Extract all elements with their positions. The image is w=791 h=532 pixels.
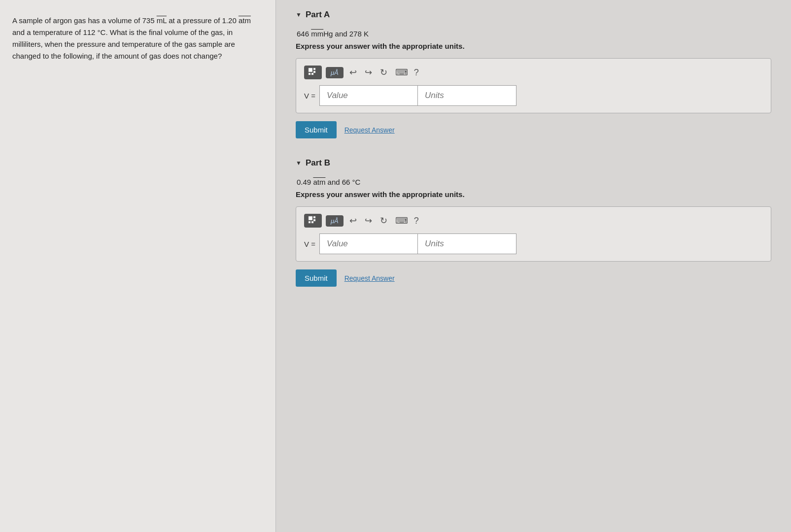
part-a-section: ▼ Part A 646 mmHg and 278 K Express your… bbox=[296, 10, 771, 138]
part-b-title: Part B bbox=[306, 158, 330, 168]
svg-rect-0 bbox=[309, 68, 312, 72]
svg-rect-1 bbox=[313, 68, 315, 70]
part-a-units-input[interactable] bbox=[418, 85, 516, 106]
part-a-instruction: Express your answer with the appropriate… bbox=[296, 42, 771, 50]
part-b-submit-row: Submit Request Answer bbox=[296, 269, 771, 287]
part-a-refresh-button[interactable]: ↻ bbox=[378, 66, 389, 79]
part-a-submit-button[interactable]: Submit bbox=[296, 121, 337, 138]
svg-rect-5 bbox=[309, 216, 312, 220]
svg-rect-6 bbox=[313, 216, 315, 218]
part-a-help-icon[interactable]: ? bbox=[414, 67, 419, 78]
part-b-undo-button[interactable]: ↩ bbox=[347, 214, 359, 227]
part-b-redo-button[interactable]: ↪ bbox=[363, 214, 374, 227]
part-a-input-row: V = bbox=[304, 85, 763, 106]
part-a-condition: 646 mmHg and 278 K bbox=[297, 30, 771, 38]
part-a-undo-button[interactable]: ↩ bbox=[347, 66, 359, 79]
svg-rect-4 bbox=[311, 73, 313, 75]
part-b-v-label: V = bbox=[304, 240, 315, 248]
part-b-toolbar: μÅ ↩ ↪ ↻ ⌨ ? bbox=[304, 214, 763, 228]
part-b-units-input[interactable] bbox=[418, 233, 516, 254]
right-panel: ▼ Part A 646 mmHg and 278 K Express your… bbox=[276, 0, 791, 532]
svg-rect-2 bbox=[313, 71, 315, 73]
part-b-input-row: V = bbox=[304, 233, 763, 254]
part-a-chevron-icon: ▼ bbox=[296, 11, 302, 18]
part-b-answer-box: μÅ ↩ ↪ ↻ ⌨ ? V = bbox=[296, 206, 771, 262]
part-b-mu-button[interactable]: μÅ bbox=[326, 215, 344, 227]
part-b-value-input[interactable] bbox=[319, 233, 418, 254]
part-a-keyboard-button[interactable]: ⌨ bbox=[393, 66, 410, 79]
part-a-grid-button[interactable] bbox=[304, 66, 322, 79]
part-b-keyboard-button[interactable]: ⌨ bbox=[393, 214, 410, 227]
part-b-submit-button[interactable]: Submit bbox=[296, 269, 337, 287]
svg-rect-9 bbox=[311, 221, 313, 223]
part-b-refresh-button[interactable]: ↻ bbox=[378, 214, 389, 227]
part-a-request-answer-button[interactable]: Request Answer bbox=[344, 126, 395, 134]
problem-text: A sample of argon gas has a volume of 73… bbox=[12, 15, 263, 62]
part-b-grid-button[interactable] bbox=[304, 214, 322, 228]
part-a-redo-button[interactable]: ↪ bbox=[363, 66, 374, 79]
svg-rect-3 bbox=[309, 73, 310, 75]
part-b-instruction: Express your answer with the appropriate… bbox=[296, 190, 771, 199]
left-panel: A sample of argon gas has a volume of 73… bbox=[0, 0, 276, 532]
part-a-value-input[interactable] bbox=[319, 85, 418, 106]
part-a-submit-row: Submit Request Answer bbox=[296, 121, 771, 138]
svg-rect-7 bbox=[313, 219, 315, 221]
part-a-toolbar: μÅ ↩ ↪ ↻ ⌨ ? bbox=[304, 66, 763, 79]
part-b-header[interactable]: ▼ Part B bbox=[296, 158, 771, 168]
part-b-chevron-icon: ▼ bbox=[296, 160, 302, 166]
part-b-help-icon[interactable]: ? bbox=[414, 216, 419, 226]
part-a-answer-box: μÅ ↩ ↪ ↻ ⌨ ? V = bbox=[296, 58, 771, 113]
part-b-condition: 0.49 atm and 66 °C bbox=[297, 178, 771, 186]
part-a-v-label: V = bbox=[304, 92, 315, 100]
part-a-mu-button[interactable]: μÅ bbox=[326, 67, 344, 78]
svg-rect-8 bbox=[309, 221, 310, 223]
part-a-title: Part A bbox=[306, 10, 330, 20]
part-b-request-answer-button[interactable]: Request Answer bbox=[344, 274, 395, 282]
part-a-header[interactable]: ▼ Part A bbox=[296, 10, 771, 20]
part-b-section: ▼ Part B 0.49 atm and 66 °C Express your… bbox=[296, 158, 771, 287]
